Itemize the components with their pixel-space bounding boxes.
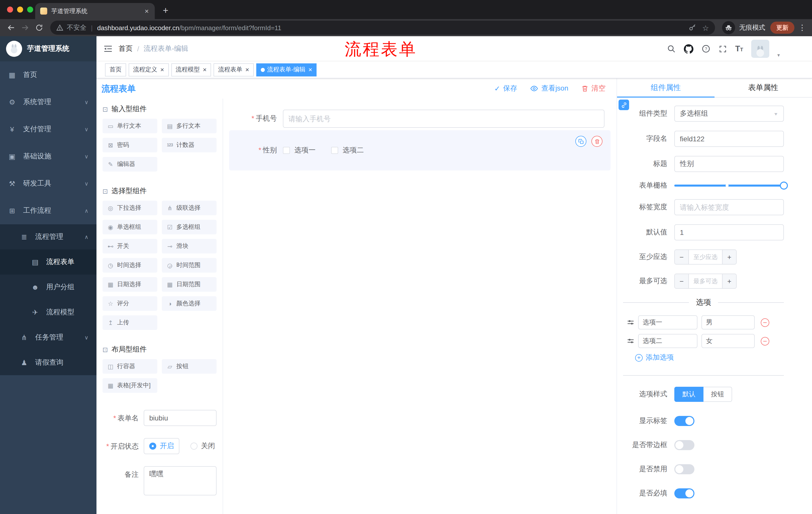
palette-item-checkbox-group[interactable]: ☑多选框组 bbox=[162, 220, 216, 234]
sidebar-item-7[interactable]: ▤流程表单 bbox=[0, 249, 96, 275]
remove-option-icon[interactable]: − bbox=[761, 337, 769, 345]
option-value-input[interactable] bbox=[701, 334, 755, 348]
palette-item-color[interactable]: ◑颜色选择 bbox=[162, 296, 216, 311]
copy-widget-button[interactable] bbox=[575, 136, 586, 147]
sidebar-item-6[interactable]: ≣流程管理∧ bbox=[0, 224, 96, 249]
component-type-select[interactable]: 多选框组▼ bbox=[674, 106, 784, 122]
tag-1[interactable]: 流程定义× bbox=[128, 63, 169, 76]
save-button[interactable]: ✓ 保存 bbox=[494, 84, 517, 93]
sidebar-item-1[interactable]: ⚙系统管理∨ bbox=[0, 88, 96, 116]
sidebar-item-5[interactable]: ⊞工作流程∧ bbox=[0, 197, 96, 224]
toggle-switch[interactable] bbox=[674, 416, 694, 426]
github-icon[interactable] bbox=[684, 44, 693, 54]
add-option-button[interactable]: + 添加选项 bbox=[635, 353, 784, 362]
form-name-input[interactable] bbox=[144, 410, 216, 426]
slider-handle[interactable] bbox=[780, 182, 788, 190]
checkbox-option-0[interactable]: 选项一 bbox=[283, 146, 316, 155]
palette-item-date[interactable]: ▦日期选择 bbox=[103, 277, 157, 292]
back-button[interactable] bbox=[4, 21, 18, 35]
style-button-button[interactable]: 按钮 bbox=[703, 387, 732, 402]
min-stepper-input[interactable] bbox=[689, 250, 722, 264]
increase-button[interactable]: + bbox=[722, 250, 736, 264]
tag-close-icon[interactable]: × bbox=[245, 66, 249, 74]
avatar-caret-icon[interactable]: ▾ bbox=[777, 52, 780, 58]
sidebar-item-4[interactable]: ⚒研发工具∨ bbox=[0, 170, 96, 197]
palette-item-switch[interactable]: ⊷开关 bbox=[103, 239, 157, 253]
tag-3[interactable]: 流程表单× bbox=[213, 63, 254, 76]
reload-button[interactable] bbox=[32, 21, 46, 35]
palette-item-upload[interactable]: ↥上传 bbox=[103, 315, 157, 330]
decrease-button[interactable]: − bbox=[675, 250, 689, 264]
decrease-button[interactable]: − bbox=[675, 274, 689, 288]
sidebar-fold-icon[interactable] bbox=[104, 45, 113, 53]
label-width-input[interactable] bbox=[674, 199, 784, 215]
tag-4[interactable]: 流程表单-编辑× bbox=[256, 63, 317, 76]
delete-widget-button[interactable] bbox=[591, 136, 603, 147]
tag-close-icon[interactable]: × bbox=[203, 66, 206, 74]
palette-item-time[interactable]: ◷时间选择 bbox=[103, 258, 157, 273]
palette-item-single-line[interactable]: ▭单行文本 bbox=[103, 119, 157, 133]
option-value-input[interactable] bbox=[701, 315, 755, 329]
palette-item-rate[interactable]: ☆评分 bbox=[103, 296, 157, 311]
palette-item-row[interactable]: ◫行容器 bbox=[103, 359, 157, 374]
palette-item-editor[interactable]: ✎编辑器 bbox=[103, 157, 157, 171]
clear-button[interactable]: 清空 bbox=[581, 84, 606, 93]
toggle-switch[interactable] bbox=[674, 440, 694, 450]
fullscreen-icon[interactable] bbox=[719, 45, 727, 53]
toggle-switch[interactable] bbox=[674, 464, 694, 474]
palette-item-counter[interactable]: 123计数器 bbox=[162, 138, 216, 153]
checkbox-option-1[interactable]: 选项二 bbox=[331, 146, 364, 155]
palette-item-time-range[interactable]: ◶时间范围 bbox=[162, 258, 216, 273]
palette-item-button[interactable]: ▱按钮 bbox=[162, 359, 216, 374]
view-json-button[interactable]: 查看json bbox=[530, 84, 568, 93]
radio-closed[interactable]: 关闭 bbox=[191, 441, 215, 451]
link-icon[interactable] bbox=[618, 100, 629, 110]
browser-menu-kebab-icon[interactable]: ⋮ bbox=[799, 23, 806, 32]
gender-field-widget[interactable]: *性别 选项一选项二 bbox=[229, 130, 610, 170]
default-value-input[interactable] bbox=[674, 224, 784, 240]
palette-item-slider[interactable]: ⊸滑块 bbox=[162, 239, 216, 253]
sidebar-item-11[interactable]: ♟请假查询 bbox=[0, 350, 96, 375]
tag-close-icon[interactable]: × bbox=[160, 66, 164, 74]
tab-form-props[interactable]: 表单属性 bbox=[715, 78, 812, 97]
increase-button[interactable]: + bbox=[722, 274, 736, 288]
palette-item-radio-group[interactable]: ◉单选框组 bbox=[103, 220, 157, 234]
sidebar-item-10[interactable]: ⋔任务管理∨ bbox=[0, 325, 96, 350]
search-icon[interactable] bbox=[667, 44, 676, 53]
option-label-input[interactable] bbox=[638, 334, 697, 348]
breadcrumb-home[interactable]: 首页 bbox=[119, 44, 133, 53]
forward-button[interactable] bbox=[18, 21, 32, 35]
palette-item-table[interactable]: ▦表格[开发中] bbox=[103, 378, 157, 393]
new-tab-button[interactable]: + bbox=[163, 5, 168, 15]
palette-item-textarea[interactable]: ▤多行文本 bbox=[162, 119, 216, 133]
tab-close-icon[interactable]: × bbox=[144, 7, 150, 15]
close-window-button[interactable] bbox=[7, 6, 13, 12]
browser-tab[interactable]: 芋道管理系统 × bbox=[35, 3, 155, 19]
phone-input[interactable] bbox=[283, 110, 605, 128]
tag-2[interactable]: 流程模型× bbox=[171, 63, 211, 76]
tag-0[interactable]: 首页 bbox=[105, 63, 126, 76]
toggle-switch[interactable] bbox=[674, 488, 694, 498]
address-bar[interactable]: 不安全 | dashboard.yudao.iocoder.cn/bpm/man… bbox=[50, 21, 715, 35]
key-icon[interactable] bbox=[688, 24, 696, 32]
help-icon[interactable]: ? bbox=[701, 44, 710, 53]
user-avatar[interactable] bbox=[751, 40, 769, 58]
palette-item-password[interactable]: ⊠密码 bbox=[103, 138, 157, 153]
max-stepper-input[interactable] bbox=[689, 274, 722, 288]
security-label[interactable]: 不安全 bbox=[67, 23, 86, 32]
palette-item-cascader[interactable]: ⋔级联选择 bbox=[162, 201, 216, 215]
tab-component-props[interactable]: 组件属性 bbox=[617, 78, 715, 97]
sidebar-item-9[interactable]: ✈流程模型 bbox=[0, 300, 96, 325]
minimize-window-button[interactable] bbox=[17, 6, 23, 12]
tag-close-icon[interactable]: × bbox=[309, 66, 312, 74]
sidebar-item-2[interactable]: ¥支付管理∨ bbox=[0, 116, 96, 143]
palette-item-select[interactable]: ◎下拉选择 bbox=[103, 201, 157, 215]
drag-handle-icon[interactable] bbox=[627, 319, 634, 326]
title-input[interactable] bbox=[674, 156, 784, 172]
remove-option-icon[interactable]: − bbox=[761, 318, 769, 327]
font-size-icon[interactable]: TT bbox=[735, 45, 743, 53]
option-label-input[interactable] bbox=[638, 315, 697, 329]
sidebar-item-0[interactable]: ▦首页 bbox=[0, 61, 96, 88]
phone-field-row[interactable]: *手机号 bbox=[229, 110, 610, 128]
grid-slider[interactable] bbox=[674, 185, 784, 187]
